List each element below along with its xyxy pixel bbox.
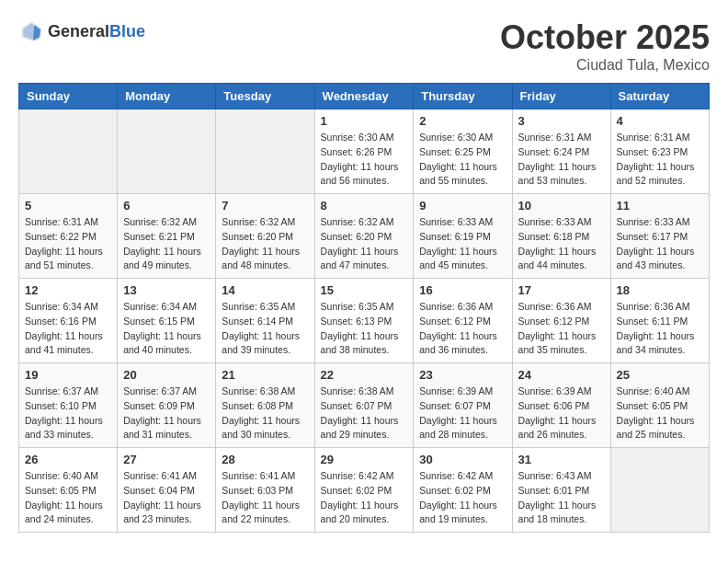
day-number: 10 (518, 199, 605, 213)
day-info: Sunrise: 6:32 AMSunset: 6:21 PMDaylight:… (123, 215, 210, 273)
day-info: Sunrise: 6:35 AMSunset: 6:14 PMDaylight:… (222, 300, 308, 358)
day-info: Sunrise: 6:38 AMSunset: 6:07 PMDaylight:… (321, 385, 408, 442)
calendar-cell: 3Sunrise: 6:31 AMSunset: 6:24 PMDaylight… (512, 109, 610, 194)
weekday-header-monday: Monday (118, 84, 216, 109)
day-info: Sunrise: 6:30 AMSunset: 6:26 PMDaylight:… (321, 131, 408, 189)
day-info: Sunrise: 6:36 AMSunset: 6:12 PMDaylight:… (518, 300, 605, 358)
day-info: Sunrise: 6:32 AMSunset: 6:20 PMDaylight:… (321, 215, 408, 273)
day-info: Sunrise: 6:37 AMSunset: 6:09 PMDaylight:… (123, 385, 210, 442)
day-number: 16 (419, 283, 506, 297)
calendar-cell (610, 448, 709, 533)
calendar-cell: 11Sunrise: 6:33 AMSunset: 6:17 PMDayligh… (610, 194, 709, 279)
month-title: October 2025 (500, 18, 710, 57)
calendar-cell: 18Sunrise: 6:36 AMSunset: 6:11 PMDayligh… (610, 279, 709, 363)
day-info: Sunrise: 6:36 AMSunset: 6:12 PMDaylight:… (419, 300, 506, 358)
calendar-cell: 23Sunrise: 6:39 AMSunset: 6:07 PMDayligh… (414, 363, 512, 448)
calendar-cell: 8Sunrise: 6:32 AMSunset: 6:20 PMDaylight… (314, 194, 414, 279)
location-title: Ciudad Tula, Mexico (500, 57, 710, 74)
calendar-cell (216, 109, 314, 194)
calendar-cell: 2Sunrise: 6:30 AMSunset: 6:25 PMDaylight… (414, 109, 512, 194)
day-info: Sunrise: 6:42 AMSunset: 6:02 PMDaylight:… (321, 469, 408, 527)
day-number: 1 (321, 114, 408, 128)
calendar-cell: 28Sunrise: 6:41 AMSunset: 6:03 PMDayligh… (216, 448, 314, 533)
day-info: Sunrise: 6:39 AMSunset: 6:06 PMDaylight:… (518, 385, 605, 442)
calendar-cell: 25Sunrise: 6:40 AMSunset: 6:05 PMDayligh… (610, 363, 709, 448)
logo-general: General (48, 22, 109, 40)
day-info: Sunrise: 6:40 AMSunset: 6:05 PMDaylight:… (25, 469, 111, 527)
day-info: Sunrise: 6:38 AMSunset: 6:08 PMDaylight:… (222, 385, 308, 442)
day-info: Sunrise: 6:33 AMSunset: 6:17 PMDaylight:… (617, 215, 703, 273)
day-number: 6 (123, 199, 210, 213)
calendar-cell: 4Sunrise: 6:31 AMSunset: 6:23 PMDaylight… (610, 109, 709, 194)
weekday-header-wednesday: Wednesday (314, 84, 414, 109)
day-info: Sunrise: 6:31 AMSunset: 6:23 PMDaylight:… (617, 131, 703, 189)
calendar-cell: 1Sunrise: 6:30 AMSunset: 6:26 PMDaylight… (314, 109, 414, 194)
logo-icon (18, 18, 44, 44)
day-number: 18 (617, 283, 703, 297)
calendar-cell: 20Sunrise: 6:37 AMSunset: 6:09 PMDayligh… (118, 363, 216, 448)
day-info: Sunrise: 6:33 AMSunset: 6:19 PMDaylight:… (419, 215, 506, 273)
day-number: 27 (123, 453, 210, 466)
calendar-week-3: 12Sunrise: 6:34 AMSunset: 6:16 PMDayligh… (19, 279, 710, 363)
calendar-week-4: 19Sunrise: 6:37 AMSunset: 6:10 PMDayligh… (19, 363, 710, 448)
day-info: Sunrise: 6:36 AMSunset: 6:11 PMDaylight:… (617, 300, 703, 358)
calendar-table: SundayMondayTuesdayWednesdayThursdayFrid… (18, 83, 710, 533)
day-number: 23 (419, 368, 506, 382)
day-info: Sunrise: 6:30 AMSunset: 6:25 PMDaylight:… (419, 131, 506, 189)
day-number: 31 (518, 453, 605, 466)
day-info: Sunrise: 6:42 AMSunset: 6:02 PMDaylight:… (419, 469, 506, 527)
day-number: 13 (123, 283, 210, 297)
day-number: 7 (222, 199, 308, 213)
day-info: Sunrise: 6:31 AMSunset: 6:22 PMDaylight:… (25, 215, 111, 273)
calendar-cell (118, 109, 216, 194)
calendar-week-2: 5Sunrise: 6:31 AMSunset: 6:22 PMDaylight… (19, 194, 710, 279)
calendar-cell: 19Sunrise: 6:37 AMSunset: 6:10 PMDayligh… (19, 363, 118, 448)
logo: GeneralBlue (18, 18, 145, 44)
day-number: 9 (419, 199, 506, 213)
weekday-header-thursday: Thursday (414, 84, 512, 109)
calendar-cell: 6Sunrise: 6:32 AMSunset: 6:21 PMDaylight… (118, 194, 216, 279)
day-number: 28 (222, 453, 308, 466)
page-header: GeneralBlue October 2025 Ciudad Tula, Me… (18, 18, 710, 74)
day-info: Sunrise: 6:40 AMSunset: 6:05 PMDaylight:… (617, 385, 703, 442)
calendar-cell: 30Sunrise: 6:42 AMSunset: 6:02 PMDayligh… (414, 448, 512, 533)
day-number: 11 (617, 199, 703, 213)
day-number: 26 (25, 453, 111, 466)
calendar-week-5: 26Sunrise: 6:40 AMSunset: 6:05 PMDayligh… (19, 448, 710, 533)
day-number: 24 (518, 368, 605, 382)
weekday-header-sunday: Sunday (19, 84, 118, 109)
calendar-cell: 14Sunrise: 6:35 AMSunset: 6:14 PMDayligh… (216, 279, 314, 363)
day-number: 17 (518, 283, 605, 297)
day-number: 4 (617, 114, 703, 128)
calendar-cell: 15Sunrise: 6:35 AMSunset: 6:13 PMDayligh… (314, 279, 414, 363)
day-info: Sunrise: 6:43 AMSunset: 6:01 PMDaylight:… (518, 469, 605, 527)
calendar-cell: 22Sunrise: 6:38 AMSunset: 6:07 PMDayligh… (314, 363, 414, 448)
logo-text: GeneralBlue (48, 22, 145, 41)
title-block: October 2025 Ciudad Tula, Mexico (500, 18, 710, 74)
calendar-cell: 10Sunrise: 6:33 AMSunset: 6:18 PMDayligh… (512, 194, 610, 279)
day-number: 29 (321, 453, 408, 466)
day-info: Sunrise: 6:41 AMSunset: 6:04 PMDaylight:… (123, 469, 210, 527)
calendar-cell: 24Sunrise: 6:39 AMSunset: 6:06 PMDayligh… (512, 363, 610, 448)
calendar-cell: 27Sunrise: 6:41 AMSunset: 6:04 PMDayligh… (118, 448, 216, 533)
day-info: Sunrise: 6:34 AMSunset: 6:15 PMDaylight:… (123, 300, 210, 358)
day-number: 14 (222, 283, 308, 297)
day-info: Sunrise: 6:32 AMSunset: 6:20 PMDaylight:… (222, 215, 308, 273)
weekday-header-saturday: Saturday (610, 84, 709, 109)
calendar-cell: 29Sunrise: 6:42 AMSunset: 6:02 PMDayligh… (314, 448, 414, 533)
calendar-cell: 12Sunrise: 6:34 AMSunset: 6:16 PMDayligh… (19, 279, 118, 363)
day-number: 21 (222, 368, 308, 382)
day-number: 5 (25, 199, 111, 213)
calendar-cell: 17Sunrise: 6:36 AMSunset: 6:12 PMDayligh… (512, 279, 610, 363)
day-info: Sunrise: 6:33 AMSunset: 6:18 PMDaylight:… (518, 215, 605, 273)
calendar-week-1: 1Sunrise: 6:30 AMSunset: 6:26 PMDaylight… (19, 109, 710, 194)
day-info: Sunrise: 6:41 AMSunset: 6:03 PMDaylight:… (222, 469, 308, 527)
day-info: Sunrise: 6:34 AMSunset: 6:16 PMDaylight:… (25, 300, 111, 358)
calendar-cell: 21Sunrise: 6:38 AMSunset: 6:08 PMDayligh… (216, 363, 314, 448)
calendar-cell (19, 109, 118, 194)
calendar-cell: 13Sunrise: 6:34 AMSunset: 6:15 PMDayligh… (118, 279, 216, 363)
day-number: 2 (419, 114, 506, 128)
weekday-header-row: SundayMondayTuesdayWednesdayThursdayFrid… (19, 84, 710, 109)
day-number: 25 (617, 368, 703, 382)
weekday-header-tuesday: Tuesday (216, 84, 314, 109)
